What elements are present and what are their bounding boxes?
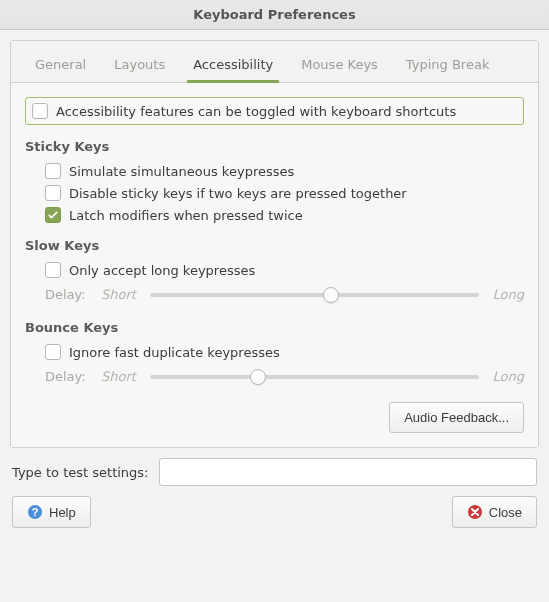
- test-settings-label: Type to test settings:: [12, 465, 149, 480]
- bounce-ignore-fast-checkbox[interactable]: [45, 344, 61, 360]
- slow-delay-slider[interactable]: [150, 293, 479, 297]
- bounce-keys-heading: Bounce Keys: [25, 320, 524, 335]
- slow-only-long-label: Only accept long keypresses: [69, 263, 255, 278]
- slow-delay-thumb[interactable]: [323, 287, 339, 303]
- bounce-long-label: Long: [493, 369, 524, 384]
- sticky-simulate-checkbox[interactable]: [45, 163, 61, 179]
- tab-layouts[interactable]: Layouts: [100, 49, 179, 82]
- slow-delay-row: Delay: Short Long: [25, 281, 524, 312]
- sticky-disable-two-checkbox[interactable]: [45, 185, 61, 201]
- slow-keys-heading: Slow Keys: [25, 238, 524, 253]
- sticky-latch-checkbox[interactable]: [45, 207, 61, 223]
- dialog-action-bar: ? Help Close: [10, 490, 539, 528]
- sticky-simulate-row: Simulate simultaneous keypresses: [25, 160, 524, 182]
- window-body: General Layouts Accessibility Mouse Keys…: [0, 30, 549, 536]
- slow-short-label: Short: [101, 287, 136, 302]
- audio-feedback-row: Audio Feedback...: [25, 394, 524, 433]
- window-title: Keyboard Preferences: [193, 7, 355, 22]
- window-titlebar: Keyboard Preferences: [0, 0, 549, 30]
- close-icon: [467, 504, 483, 520]
- a11y-toggle-checkbox[interactable]: [32, 103, 48, 119]
- sticky-keys-heading: Sticky Keys: [25, 139, 524, 154]
- close-button[interactable]: Close: [452, 496, 537, 528]
- check-icon: [47, 209, 59, 221]
- tab-bar: General Layouts Accessibility Mouse Keys…: [11, 41, 538, 83]
- help-button[interactable]: ? Help: [12, 496, 91, 528]
- tab-typing-break[interactable]: Typing Break: [392, 49, 504, 82]
- tabs-container: General Layouts Accessibility Mouse Keys…: [10, 40, 539, 448]
- test-settings-input[interactable]: [159, 458, 538, 486]
- bounce-delay-label: Delay:: [45, 369, 87, 384]
- sticky-disable-two-row: Disable sticky keys if two keys are pres…: [25, 182, 524, 204]
- sticky-simulate-label: Simulate simultaneous keypresses: [69, 164, 294, 179]
- help-icon: ?: [27, 504, 43, 520]
- sticky-latch-label: Latch modifiers when pressed twice: [69, 208, 303, 223]
- bounce-delay-slider[interactable]: [150, 375, 479, 379]
- audio-feedback-button[interactable]: Audio Feedback...: [389, 402, 524, 433]
- bounce-delay-thumb[interactable]: [250, 369, 266, 385]
- slow-only-long-row: Only accept long keypresses: [25, 259, 524, 281]
- slow-delay-label: Delay:: [45, 287, 87, 302]
- tab-mouse-keys[interactable]: Mouse Keys: [287, 49, 392, 82]
- svg-text:?: ?: [32, 506, 39, 518]
- bounce-ignore-fast-row: Ignore fast duplicate keypresses: [25, 341, 524, 363]
- a11y-toggle-row: Accessibility features can be toggled wi…: [25, 97, 524, 125]
- tab-general[interactable]: General: [21, 49, 100, 82]
- bounce-ignore-fast-label: Ignore fast duplicate keypresses: [69, 345, 280, 360]
- tab-panel-accessibility: Accessibility features can be toggled wi…: [11, 83, 538, 447]
- sticky-latch-row: Latch modifiers when pressed twice: [25, 204, 524, 226]
- sticky-disable-two-label: Disable sticky keys if two keys are pres…: [69, 186, 407, 201]
- slow-only-long-checkbox[interactable]: [45, 262, 61, 278]
- test-settings-row: Type to test settings:: [10, 448, 539, 490]
- a11y-toggle-label: Accessibility features can be toggled wi…: [56, 104, 456, 119]
- tab-accessibility[interactable]: Accessibility: [179, 49, 287, 82]
- bounce-delay-row: Delay: Short Long: [25, 363, 524, 394]
- bounce-short-label: Short: [101, 369, 136, 384]
- slow-long-label: Long: [493, 287, 524, 302]
